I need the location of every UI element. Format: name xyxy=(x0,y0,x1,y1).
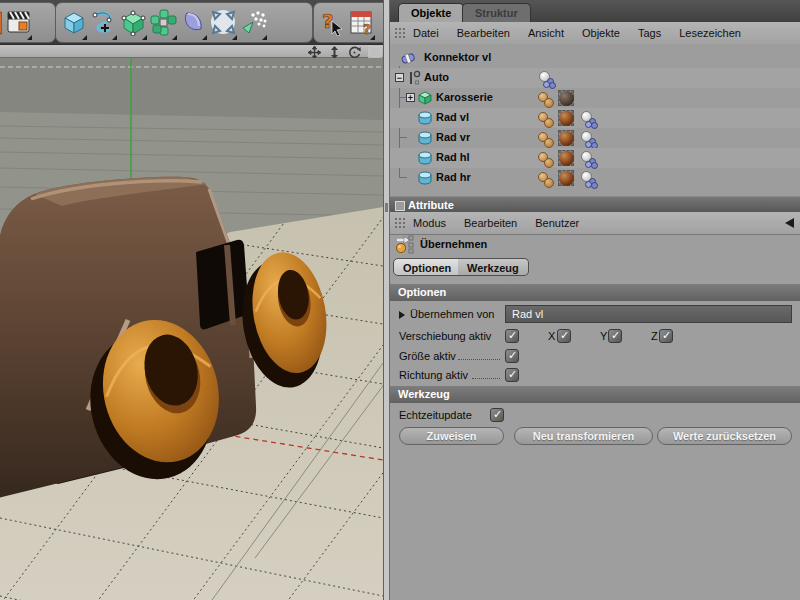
toolbar-group-objects xyxy=(55,2,313,43)
menu-objekte[interactable]: Objekte xyxy=(582,27,620,39)
menu-modus[interactable]: Modus xyxy=(413,217,446,229)
active-tool-name: Übernehmen xyxy=(420,238,487,250)
menu-lesezeichen[interactable]: Lesezeichen xyxy=(679,27,741,39)
menu-ansicht[interactable]: Ansicht xyxy=(528,27,564,39)
hypernurbs-icon[interactable] xyxy=(118,5,148,41)
xpresso-tag[interactable] xyxy=(580,110,597,127)
phong-tag[interactable] xyxy=(538,90,555,107)
menu-datei[interactable]: Datei xyxy=(413,27,439,39)
cylinder-object-icon xyxy=(417,110,433,126)
verschiebung-aktiv-row: Verschiebung aktiv X Y Z xyxy=(390,327,800,347)
connector-object-icon xyxy=(400,50,416,66)
add-spline-icon[interactable] xyxy=(88,5,118,41)
material-tag-dark[interactable] xyxy=(558,90,574,106)
viewport-3d-canvas[interactable] xyxy=(0,58,383,600)
render-clapperboard-icon[interactable] xyxy=(3,5,33,41)
tab-objekte[interactable]: Objekte xyxy=(398,3,464,23)
xpresso-tag[interactable] xyxy=(580,150,597,167)
groesse-aktiv-row: Größe aktiv xyxy=(390,347,800,367)
disclosure-triangle-icon[interactable] xyxy=(399,311,405,319)
verschiebung-aktiv-checkbox[interactable] xyxy=(505,329,519,343)
command-table-icon[interactable]: ? xyxy=(346,5,376,41)
axis-y-checkbox[interactable] xyxy=(608,329,622,343)
tree-row-konnektor-vl[interactable]: Konnektor vl ✓ xyxy=(390,48,800,68)
object-manager-tabbar: Objekte Struktur xyxy=(390,0,800,22)
tree-row-rad-vl[interactable]: Rad vl ✓ xyxy=(390,108,800,128)
tree-row-rad-vr[interactable]: Rad vr ✓ xyxy=(390,128,800,148)
menu-bearbeiten-attr[interactable]: Bearbeiten xyxy=(464,217,517,229)
zuweisen-button[interactable]: Zuweisen xyxy=(399,427,504,445)
section-header-werkzeug: Werkzeug xyxy=(390,386,800,403)
main-toolbar: ? ? xyxy=(0,0,383,44)
axis-x-checkbox[interactable] xyxy=(557,329,571,343)
attribute-panel-header: Attribute xyxy=(390,196,800,213)
richtung-aktiv-checkbox[interactable] xyxy=(505,368,519,382)
scene-environment-icon[interactable] xyxy=(208,5,238,41)
cylinder-object-icon xyxy=(417,130,433,146)
attribute-panel-title: Attribute xyxy=(408,197,454,213)
tab-optionen[interactable]: Optionen xyxy=(393,258,461,276)
axis-z-label: Z xyxy=(651,330,658,342)
particles-icon[interactable] xyxy=(238,5,268,41)
material-tag-brown[interactable] xyxy=(558,130,574,146)
pane-splitter[interactable] xyxy=(383,0,390,600)
echtzeitupdate-checkbox[interactable] xyxy=(490,408,504,422)
xpresso-tag[interactable] xyxy=(580,170,597,187)
tree-row-auto[interactable]: − Auto xyxy=(390,68,800,88)
camera-move-icon[interactable] xyxy=(306,46,322,58)
menu-grip-icon[interactable] xyxy=(394,217,405,229)
groesse-aktiv-label: Größe aktiv xyxy=(399,350,456,362)
richtung-aktiv-row: Richtung aktiv xyxy=(390,366,800,386)
phong-tag[interactable] xyxy=(538,110,555,127)
phong-tag[interactable] xyxy=(538,170,555,187)
tree-row-rad-hl[interactable]: Rad hl ✓ xyxy=(390,148,800,168)
xpresso-tag[interactable] xyxy=(538,70,555,87)
phong-tag[interactable] xyxy=(538,150,555,167)
context-help-icon[interactable]: ? xyxy=(316,5,346,41)
material-tag-brown[interactable] xyxy=(558,150,574,166)
collapse-toggle[interactable]: − xyxy=(395,73,404,82)
xpresso-tag[interactable] xyxy=(580,130,597,147)
menu-tags[interactable]: Tags xyxy=(638,27,661,39)
hypernurbs-object-icon xyxy=(417,90,433,106)
apply-tool-icon xyxy=(395,234,415,254)
menu-bearbeiten[interactable]: Bearbeiten xyxy=(457,27,510,39)
attribute-tabs: Optionen Werkzeug xyxy=(390,257,800,281)
section-header-optionen: Optionen xyxy=(390,284,800,301)
history-back-icon[interactable] xyxy=(785,218,794,228)
material-tag-brown[interactable] xyxy=(558,110,574,126)
cylinder-object-icon xyxy=(417,150,433,166)
phong-tag[interactable] xyxy=(538,130,555,147)
camera-dolly-icon[interactable] xyxy=(326,46,342,58)
right-panel: Objekte Struktur Datei Bearbeiten Ansich… xyxy=(390,0,800,600)
echtzeitupdate-label: Echtzeitupdate xyxy=(399,409,472,421)
active-tool-row: Übernehmen xyxy=(390,232,800,256)
tab-werkzeug[interactable]: Werkzeug xyxy=(458,258,529,276)
richtung-aktiv-label: Richtung aktiv xyxy=(399,369,468,381)
axis-x-label: X xyxy=(548,330,555,342)
menu-benutzer[interactable]: Benutzer xyxy=(535,217,579,229)
verschiebung-aktiv-label: Verschiebung aktiv xyxy=(399,330,491,342)
object-tree: Konnektor vl ✓ − Auto xyxy=(390,44,800,196)
neu-transformieren-button[interactable]: Neu transformieren xyxy=(514,427,653,445)
expand-toggle[interactable]: + xyxy=(406,93,415,102)
tree-row-karosserie[interactable]: + Karosserie ✓ xyxy=(390,88,800,108)
cinema4d-window: ? ? xyxy=(0,0,800,600)
tab-struktur[interactable]: Struktur xyxy=(462,3,531,23)
axis-z-checkbox[interactable] xyxy=(659,329,673,343)
werkzeug-buttons-row: Zuweisen Neu transformieren Werte zurück… xyxy=(390,426,800,448)
uebernehmen-von-field[interactable]: Rad vl xyxy=(505,305,792,323)
uebernehmen-von-label: Übernehmen von xyxy=(410,308,494,320)
material-tag-brown[interactable] xyxy=(558,170,574,186)
groesse-aktiv-checkbox[interactable] xyxy=(505,349,519,363)
deformer-icon[interactable] xyxy=(178,5,208,41)
werte-zuruecksetzen-button[interactable]: Werte zurücksetzen xyxy=(657,427,792,445)
axis-y-label: Y xyxy=(600,330,607,342)
camera-rotate-icon[interactable] xyxy=(346,46,362,58)
viewport-title-bar xyxy=(0,44,383,58)
view-toggle-icon[interactable] xyxy=(367,46,383,58)
array-object-icon[interactable] xyxy=(148,5,178,41)
add-cube-icon[interactable] xyxy=(58,5,88,41)
menu-grip-icon[interactable] xyxy=(394,27,405,39)
tree-row-rad-hr[interactable]: Rad hr ✓ xyxy=(390,168,800,188)
